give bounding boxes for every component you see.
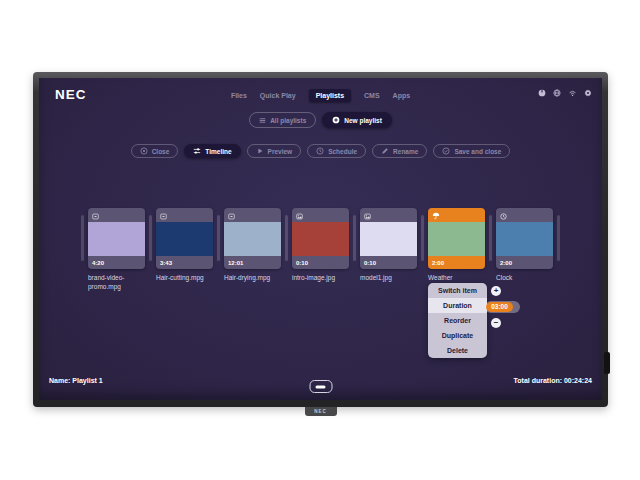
plus-circle-icon (332, 116, 340, 124)
playlist-actions-row: All playlists New playlist (39, 112, 602, 128)
duration-increase-button[interactable]: + (491, 286, 501, 296)
monitor-bezel: NEC Files Quick Play Playlists CMS Apps … (33, 72, 608, 407)
gear-icon[interactable] (584, 89, 592, 97)
rename-label: Rename (393, 148, 418, 155)
power-icon[interactable] (538, 89, 546, 97)
nav-playlists[interactable]: Playlists (309, 89, 351, 102)
preview-label: Preview (268, 148, 293, 155)
insert-handle (557, 215, 560, 261)
save-and-close-button[interactable]: Save and close (433, 144, 510, 158)
status-icons (538, 89, 592, 97)
menu-item-reorder[interactable]: Reorder (428, 313, 487, 328)
menu-item-duplicate[interactable]: Duplicate (428, 328, 487, 343)
timeline-item[interactable]: 2:00 Clock (496, 208, 553, 283)
insert-handle (285, 215, 288, 261)
thumbnail (88, 222, 145, 256)
nec-bezel-badge: NEC (305, 407, 337, 416)
pencil-icon (381, 147, 389, 156)
timeline-item[interactable]: 4:20 brand-video-promo.mpg (88, 208, 145, 292)
item-name: Weather (428, 274, 485, 283)
menu-item-switch-item[interactable]: Switch item (428, 283, 487, 298)
thumbnail (496, 222, 553, 256)
new-playlist-button[interactable]: New playlist (322, 112, 392, 128)
monitor-side-control (604, 352, 610, 374)
duration-field[interactable]: 03:00 (485, 301, 520, 313)
item-duration: 2:00 (496, 256, 553, 269)
save-and-close-label: Save and close (454, 148, 501, 155)
timeline-label: Timeline (205, 148, 231, 155)
menu-item-delete[interactable]: Delete (428, 343, 487, 358)
close-circle-icon (140, 147, 148, 156)
timeline-item[interactable]: 12:01 Hair-drying.mpg (224, 208, 281, 283)
clock-icon (316, 147, 324, 156)
close-label: Close (152, 148, 170, 155)
item-duration: 0:10 (360, 256, 417, 269)
collapse-handle-button[interactable] (309, 380, 332, 393)
duration-decrease-button[interactable]: − (491, 318, 501, 328)
close-button[interactable]: Close (131, 144, 179, 158)
item-duration: 4:20 (88, 256, 145, 269)
preview-button[interactable]: Preview (247, 144, 302, 158)
item-duration: 2:00 (428, 256, 485, 269)
play-icon (256, 147, 264, 156)
schedule-label: Schedule (328, 148, 357, 155)
item-context-menu: Switch item Duration Reorder Duplicate D… (428, 283, 487, 358)
item-name: Hair-cutting.mpg (156, 274, 213, 283)
thumbnail (360, 222, 417, 256)
insert-handle (421, 215, 424, 261)
timeline-strip: 4:20 brand-video-promo.mpg 3:43 Hair-cut… (39, 208, 602, 292)
all-playlists-label: All playlists (270, 117, 306, 124)
rename-button[interactable]: Rename (372, 144, 427, 158)
main-nav: Files Quick Play Playlists CMS Apps (39, 86, 602, 104)
all-playlists-button[interactable]: All playlists (249, 112, 316, 128)
nav-quick-play[interactable]: Quick Play (260, 92, 296, 99)
item-name: brand-video-promo.mpg (88, 274, 145, 292)
insert-handle (353, 215, 356, 261)
timeline-item[interactable]: 3:43 Hair-cutting.mpg (156, 208, 213, 283)
nav-cms[interactable]: CMS (364, 92, 380, 99)
thumbnail (428, 222, 485, 256)
timeline-item[interactable]: 0:10 intro-image.jpg (292, 208, 349, 283)
timeline-toolbar: Close Timeline Preview Schedule Rename S… (39, 144, 602, 158)
new-playlist-label: New playlist (344, 117, 382, 124)
insert-handle (149, 215, 152, 261)
thumbnail (292, 222, 349, 256)
item-name: Hair-drying.mpg (224, 274, 281, 283)
wifi-icon[interactable] (568, 89, 577, 97)
duration-value[interactable]: 03:00 (486, 302, 513, 312)
insert-handle (81, 215, 84, 261)
timeline-icon (193, 147, 201, 156)
insert-handle (217, 215, 220, 261)
thumbnail (224, 222, 281, 256)
item-duration: 0:10 (292, 256, 349, 269)
item-duration: 12:01 (224, 256, 281, 269)
item-name: model1.jpg (360, 274, 417, 283)
check-circle-icon (442, 147, 450, 156)
timeline-item[interactable]: 0:10 model1.jpg (360, 208, 417, 283)
timeline-item-selected[interactable]: 2:00 Weather (428, 208, 485, 283)
playlist-name: Name: Playlist 1 (49, 377, 103, 384)
item-duration: 3:43 (156, 256, 213, 269)
top-bar: NEC Files Quick Play Playlists CMS Apps (39, 86, 602, 104)
screen: NEC Files Quick Play Playlists CMS Apps … (39, 78, 602, 400)
timeline-button[interactable]: Timeline (184, 144, 240, 158)
menu-item-duration[interactable]: Duration (428, 298, 487, 313)
nav-apps[interactable]: Apps (393, 92, 411, 99)
globe-icon[interactable] (553, 89, 561, 97)
thumbnail (156, 222, 213, 256)
item-name: Clock (496, 274, 553, 283)
footer-bar: Name: Playlist 1 Total duration: 00:24:2… (39, 372, 602, 400)
total-duration: Total duration: 00:24:24 (514, 377, 592, 384)
insert-handle (489, 215, 492, 261)
hamburger-icon (259, 117, 266, 124)
dash-icon (316, 385, 326, 388)
item-name: intro-image.jpg (292, 274, 349, 283)
nav-files[interactable]: Files (231, 92, 247, 99)
schedule-button[interactable]: Schedule (307, 144, 366, 158)
